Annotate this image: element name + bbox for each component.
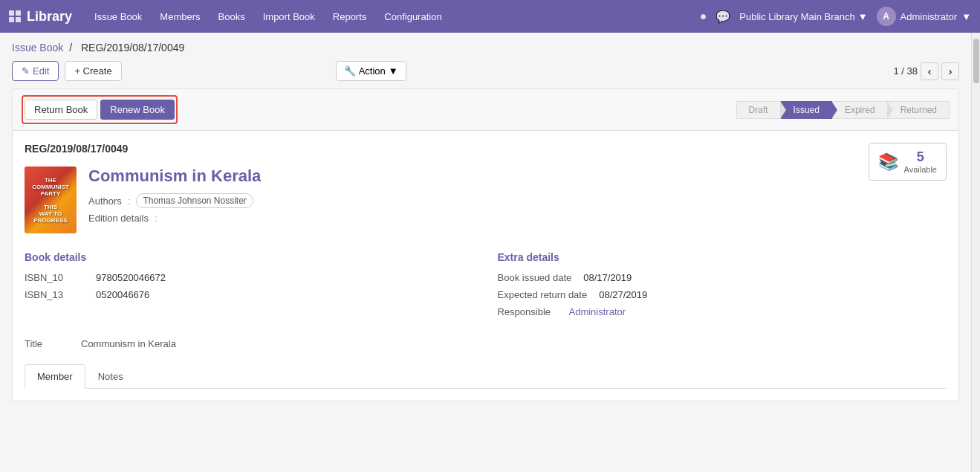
available-count: 5 — [904, 149, 937, 165]
app-brand[interactable]: Library — [9, 9, 72, 25]
responsible-row: Responsible Administrator — [498, 306, 947, 317]
status-expired[interactable]: Expired — [832, 101, 888, 119]
book-details-section: Book details ISBN_10 9780520046672 ISBN_… — [25, 251, 474, 323]
book-title: Communism in Kerala — [88, 167, 261, 186]
expected-return-row: Expected return date 08/27/2019 — [498, 289, 947, 300]
nav-configuration[interactable]: Configuration — [377, 7, 449, 27]
status-returned[interactable]: Returned — [888, 101, 950, 119]
navbar: Library Issue Book Members Books Import … — [0, 0, 980, 33]
pagination-text: 1 / 38 — [893, 65, 918, 77]
nav-import-book[interactable]: Import Book — [256, 7, 322, 27]
action-buttons-group: Return Book Renew Book — [22, 95, 178, 124]
prev-page-button[interactable]: ‹ — [921, 62, 938, 80]
avatar: A — [877, 7, 896, 26]
issued-date-value: 08/17/2019 — [583, 272, 632, 283]
scrollbar-thumb — [973, 39, 979, 83]
expected-return-label: Expected return date — [498, 289, 588, 300]
nav-books[interactable]: Books — [211, 7, 253, 27]
nav-members[interactable]: Members — [152, 7, 207, 27]
book-info: THECOMMUNISTPARTYTHISWAY TOPROGRESS Comm… — [25, 167, 947, 233]
isbn10-label: ISBN_10 — [25, 272, 84, 283]
status-issued[interactable]: Issued — [781, 101, 832, 119]
issued-date-label: Book issued date — [498, 272, 572, 283]
available-label: Available — [904, 165, 937, 174]
authors-label: Authors — [88, 195, 122, 207]
expected-return-value: 08/27/2019 — [599, 289, 647, 300]
book-meta: Authors : Thomas Johnson Nossiter Editio… — [88, 193, 261, 224]
action-button[interactable]: 🔧 Action ▼ — [336, 61, 406, 81]
app-name: Library — [27, 9, 72, 25]
responsible-value[interactable]: Administrator — [569, 306, 626, 317]
action-dropdown-icon: ▼ — [389, 65, 398, 77]
title-field-input[interactable] — [78, 335, 209, 352]
edit-icon: ✎ — [22, 65, 30, 77]
user-dropdown-icon: ▼ — [961, 11, 971, 22]
cover-text: THECOMMUNISTPARTYTHISWAY TOPROGRESS — [29, 174, 71, 227]
record-id: REG/2019/08/17/0049 — [25, 143, 947, 155]
edition-row: Edition details : — [88, 213, 261, 224]
renew-book-button[interactable]: Renew Book — [100, 100, 175, 120]
isbn10-row: ISBN_10 9780520046672 — [25, 272, 474, 283]
isbn13-row: ISBN_13 0520046676 — [25, 289, 474, 300]
tab-member[interactable]: Member — [25, 364, 85, 389]
navbar-right: ● 💬 Public Library Main Branch ▼ A Admin… — [700, 7, 971, 26]
book-badge-icon: 📚 — [878, 152, 898, 172]
edit-button[interactable]: ✎ Edit — [12, 61, 59, 81]
title-field-label: Title — [25, 338, 69, 349]
toolbar: ✎ Edit + Create 🔧 Action ▼ 1 / 38 ‹ › — [12, 61, 959, 81]
authors-row: Authors : Thomas Johnson Nossiter — [88, 193, 261, 208]
create-button[interactable]: + Create — [65, 61, 121, 81]
nav-issue-book[interactable]: Issue Book — [87, 7, 149, 27]
return-book-button[interactable]: Return Book — [25, 100, 97, 120]
isbn13-label: ISBN_13 — [25, 289, 84, 300]
breadcrumb-separator: / — [69, 42, 75, 54]
branch-dropdown-icon: ▼ — [858, 11, 868, 22]
book-details-title: Book details — [25, 251, 474, 263]
status-draft[interactable]: Draft — [736, 101, 781, 119]
status-flow: Draft Issued Expired Returned — [736, 101, 950, 119]
scrollbar[interactable] — [971, 33, 980, 472]
breadcrumb-current: REG/2019/08/17/0049 — [81, 42, 184, 54]
action-bar: Return Book Renew Book Draft Issued Expi… — [12, 88, 959, 130]
wrench-icon: 🔧 — [344, 65, 356, 77]
tab-notes[interactable]: Notes — [85, 364, 136, 388]
branch-selector[interactable]: Public Library Main Branch ▼ — [739, 11, 867, 22]
chat-icon[interactable]: 💬 — [715, 10, 730, 24]
available-badge: 📚 5 Available — [869, 143, 947, 181]
isbn10-value: 9780520046672 — [96, 272, 166, 283]
issued-date-row: Book issued date 08/17/2019 — [498, 272, 947, 283]
extra-details-title: Extra details — [498, 251, 947, 263]
extra-details-section: Extra details Book issued date 08/17/201… — [498, 251, 947, 323]
nav-reports[interactable]: Reports — [325, 7, 374, 27]
author-tag[interactable]: Thomas Johnson Nossiter — [136, 193, 253, 208]
branch-name: Public Library Main Branch — [739, 11, 854, 22]
book-details-text: Communism in Kerala Authors : Thomas Joh… — [88, 167, 261, 233]
edition-label: Edition details — [88, 213, 149, 224]
book-action-border: Return Book Renew Book — [22, 95, 178, 124]
breadcrumb: Issue Book / REG/2019/08/17/0049 — [12, 42, 959, 54]
title-row: Title — [25, 335, 947, 352]
main-card: REG/2019/08/17/0049 📚 5 Available THECOM… — [12, 130, 959, 401]
book-cover: THECOMMUNISTPARTYTHISWAY TOPROGRESS — [25, 167, 77, 233]
pagination-area: 1 / 38 ‹ › — [893, 62, 959, 80]
isbn13-value: 0520046676 — [96, 289, 149, 300]
details-columns: Book details ISBN_10 9780520046672 ISBN_… — [25, 251, 947, 323]
clock-icon[interactable]: ● — [700, 10, 707, 23]
responsible-label: Responsible — [498, 306, 557, 317]
user-menu[interactable]: A Administrator ▼ — [877, 7, 971, 26]
grid-icon — [9, 10, 21, 22]
user-name: Administrator — [901, 11, 958, 22]
tabs: Member Notes — [25, 364, 947, 389]
next-page-button[interactable]: › — [941, 62, 959, 80]
main-nav: Issue Book Members Books Import Book Rep… — [87, 7, 685, 27]
breadcrumb-parent[interactable]: Issue Book — [12, 42, 63, 54]
